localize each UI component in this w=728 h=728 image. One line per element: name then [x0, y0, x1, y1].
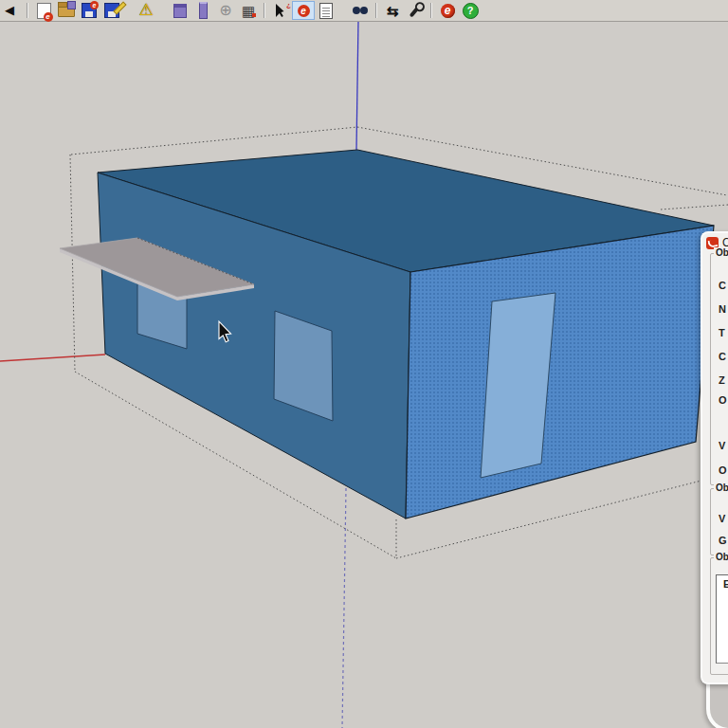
toolbar-button-open-folder[interactable] — [55, 1, 78, 20]
open-folder-icon — [58, 5, 75, 17]
help-icon: ? — [463, 3, 479, 19]
toolbar-button-grid[interactable]: ▦ — [237, 1, 260, 20]
toolbar-button-cube[interactable] — [169, 1, 191, 20]
toolbar-button-clipped-left[interactable]: ◀ — [0, 1, 23, 20]
field-label-3: T — [719, 327, 725, 338]
toolbar-button-help[interactable]: ? — [459, 1, 482, 20]
cube-icon — [173, 4, 187, 18]
save-floppy-icon — [82, 3, 97, 18]
clipped-left-icon: ◀ — [5, 3, 14, 18]
binoculars-icon — [353, 5, 368, 16]
toolbar-button-swap-arrows[interactable]: ⇆ — [381, 1, 404, 20]
panel-listbox[interactable]: E — [716, 574, 728, 664]
column-icon — [199, 2, 208, 19]
globe-icon: ⊕ — [219, 3, 231, 18]
toolbar-button-globe[interactable]: ⊕ — [214, 1, 237, 20]
toolbar-button-save-floppy[interactable] — [78, 1, 100, 20]
toolbar-button-outline-doc[interactable] — [315, 1, 337, 20]
toolbar-button-wrench[interactable] — [404, 1, 427, 20]
field-label-7: V — [719, 440, 725, 451]
toolbar-button-save-as-floppy[interactable] — [100, 1, 123, 20]
field-label-2: N — [719, 303, 726, 315]
field-label-6: O — [719, 394, 727, 406]
group-2-label: Obj — [714, 482, 728, 493]
toolbar-button-binoculars[interactable] — [349, 1, 372, 20]
group-3-label: Obj — [714, 552, 728, 562]
group-1-label: Obj — [714, 247, 728, 258]
field-label-1: C — [719, 280, 726, 291]
field-label-10: G — [719, 535, 727, 546]
red-e-circle-icon: e — [441, 4, 455, 18]
main-toolbar: ◀⚠⊕▦e⇆e? — [0, 0, 728, 22]
red-e-icon: e — [298, 5, 310, 17]
toolbar-button-select-arrow[interactable] — [269, 1, 292, 20]
swap-arrows-icon: ⇆ — [387, 4, 399, 18]
toolbar-button-warning[interactable]: ⚠ — [135, 1, 157, 20]
toolbar-separator — [27, 3, 28, 18]
wrench-icon — [410, 4, 422, 17]
outline-doc-icon — [319, 3, 333, 19]
3d-viewport[interactable] — [0, 0, 728, 728]
page-red-e-icon — [37, 3, 51, 19]
toolbar-separator — [375, 3, 377, 18]
toolbar-button-red-e[interactable]: e — [292, 1, 315, 20]
toolbar-button-red-e-circle[interactable]: e — [436, 1, 459, 20]
field-label-8: O — [719, 464, 727, 476]
field-label-5: Z — [719, 374, 725, 386]
toolbar-separator — [430, 3, 432, 18]
toolbar-button-page-red-e[interactable] — [32, 1, 55, 20]
grid-icon: ▦ — [242, 4, 255, 18]
warning-icon: ⚠ — [138, 2, 153, 19]
object-properties-panel[interactable]: O Obj C N T C Z O V O Obj V G Obj E — [701, 231, 728, 684]
listbox-item-1[interactable]: E — [723, 578, 728, 590]
toolbar-button-column[interactable] — [191, 1, 214, 20]
save-as-floppy-icon — [104, 3, 119, 18]
toolbar-separator — [264, 3, 265, 18]
field-label-9: V — [719, 513, 725, 524]
select-arrow-icon — [276, 4, 285, 17]
field-label-4: C — [719, 351, 726, 362]
